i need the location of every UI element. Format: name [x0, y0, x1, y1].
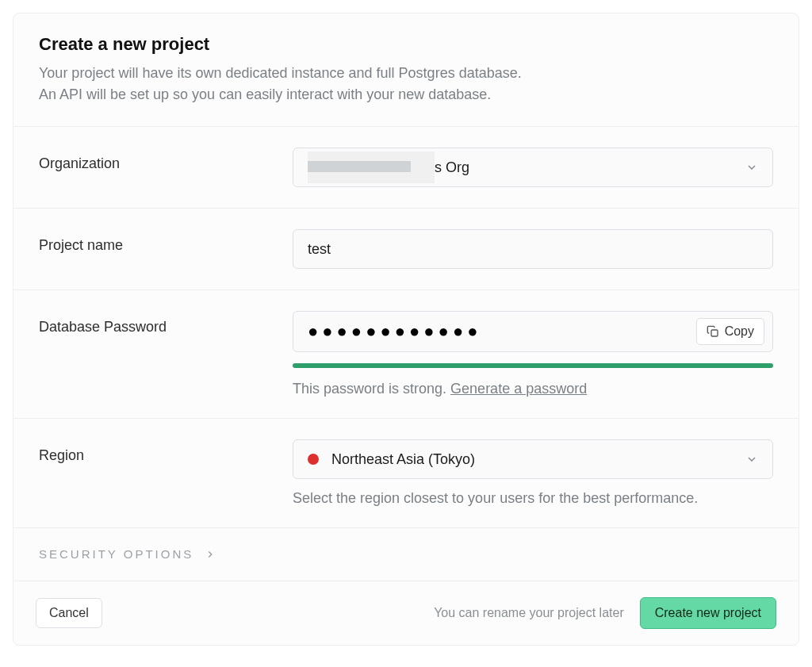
copy-password-button[interactable]: Copy [696, 318, 764, 345]
chevron-down-icon [745, 453, 758, 466]
project-name-label: Project name [39, 229, 293, 254]
region-selected-value: Northeast Asia (Tokyo) [331, 451, 475, 468]
password-input-wrapper: ●●●●●●●●●●●● Copy [293, 311, 773, 352]
region-select[interactable]: Northeast Asia (Tokyo) [293, 439, 773, 479]
password-strength-text: This password is strong. [293, 381, 446, 397]
svg-rect-0 [711, 330, 718, 336]
region-label: Region [39, 439, 293, 464]
chevron-right-icon [205, 549, 216, 560]
page-subtitle-2: An API will be set up so you can easily … [39, 84, 773, 105]
footer-hint: You can rename your project later [434, 606, 624, 620]
security-section: SECURITY OPTIONS [13, 527, 799, 581]
organization-section: Organization s Org [13, 126, 799, 208]
project-name-section: Project name [13, 208, 799, 289]
password-strength-bar [293, 363, 773, 368]
panel-footer: Cancel You can rename your project later… [13, 581, 799, 645]
page-subtitle-1: Your project will have its own dedicated… [39, 63, 773, 84]
generate-password-link[interactable]: Generate a password [450, 381, 587, 397]
security-options-toggle[interactable]: SECURITY OPTIONS [39, 547, 216, 561]
project-name-input[interactable] [308, 241, 758, 258]
password-input[interactable]: ●●●●●●●●●●●● [308, 323, 688, 340]
chevron-down-icon [745, 161, 758, 174]
organization-value-suffix: s Org [435, 159, 469, 176]
create-project-panel: Create a new project Your project will h… [13, 13, 799, 646]
panel-header: Create a new project Your project will h… [13, 13, 799, 126]
copy-icon [707, 325, 719, 338]
cancel-button[interactable]: Cancel [36, 598, 102, 628]
organization-select[interactable]: s Org [293, 148, 773, 187]
organization-redacted [308, 151, 435, 183]
password-label: Database Password [39, 311, 293, 335]
page-title: Create a new project [39, 34, 773, 55]
security-options-label: SECURITY OPTIONS [39, 547, 193, 561]
password-section: Database Password ●●●●●●●●●●●● Copy This… [13, 289, 799, 418]
project-name-input-wrapper [293, 229, 773, 269]
organization-label: Organization [39, 148, 293, 172]
region-section: Region Northeast Asia (Tokyo) Select the… [13, 418, 799, 527]
create-project-button[interactable]: Create new project [640, 597, 776, 629]
password-hint: This password is strong. Generate a pass… [293, 381, 773, 397]
region-hint: Select the region closest to your users … [293, 490, 773, 507]
region-flag-icon [308, 454, 319, 465]
copy-button-label: Copy [725, 324, 754, 339]
